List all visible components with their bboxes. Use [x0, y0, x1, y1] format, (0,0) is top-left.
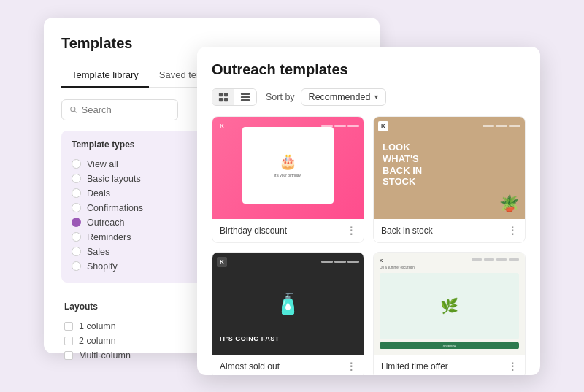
- limited-tagline: On a summer excursion: [380, 266, 519, 270]
- limited-nav: [472, 258, 519, 261]
- search-icon: [69, 105, 77, 114]
- thumb-birthday-bg: K 🎂 It's your birthday!: [212, 117, 364, 219]
- limited-name: Limited time offer: [381, 361, 448, 372]
- soldout-text: IT'S GOING FAST: [220, 335, 280, 343]
- filter-shopify-checkbox[interactable]: [72, 261, 81, 271]
- layout-multi-column-checkbox[interactable]: [64, 351, 73, 360]
- birthday-menu-icon[interactable]: ⋮: [346, 225, 356, 237]
- chevron-down-icon: ▾: [374, 93, 378, 101]
- filter-view-all-checkbox[interactable]: [72, 159, 81, 169]
- filter-basic-layouts-checkbox[interactable]: [72, 174, 81, 183]
- birthday-cake-emoji: 🎂: [279, 153, 297, 170]
- filter-reminders-checkbox[interactable]: [72, 232, 81, 242]
- front-panel: Outreach templates Sort by Recommended: [197, 47, 540, 375]
- limited-logo: K ···: [380, 258, 388, 263]
- svg-rect-7: [241, 96, 250, 97]
- svg-line-1: [74, 111, 76, 112]
- birthday-logo-k: K: [217, 121, 227, 131]
- stock-dot-1: [483, 125, 494, 127]
- limited-footer: Limited time offer ⋮: [374, 355, 525, 375]
- list-icon: [240, 92, 250, 102]
- front-panel-title: Outreach templates: [212, 61, 526, 78]
- soldout-footer: Almost sold out ⋮: [212, 355, 364, 375]
- svg-rect-5: [224, 97, 228, 101]
- stock-top-bar: K: [374, 121, 525, 131]
- sort-label: Sort by: [266, 92, 295, 102]
- layout-2-column-checkbox[interactable]: [64, 337, 73, 345]
- filter-sales-label: Sales: [87, 247, 110, 257]
- search-box[interactable]: [61, 99, 178, 120]
- birthday-dot-3: [347, 125, 359, 127]
- template-thumb-stock: K LOOKWHAT'SBACK INSTOCK 🪴: [374, 117, 525, 219]
- svg-rect-4: [219, 97, 223, 101]
- limited-menu-icon[interactable]: ⋮: [507, 361, 518, 372]
- sort-select[interactable]: Recommended ▾: [301, 88, 387, 106]
- layout-1-column-label: 1 column: [79, 321, 116, 331]
- soldout-dot-3: [347, 261, 359, 263]
- stock-top-dots: [483, 125, 520, 127]
- birthday-card-inner: 🎂 It's your birthday!: [242, 127, 333, 204]
- limited-nav-dot-1: [472, 258, 482, 261]
- templates-grid: K 🎂 It's your birthday!: [212, 116, 526, 375]
- filter-deals-checkbox[interactable]: [72, 188, 81, 198]
- filter-deals-label: Deals: [87, 188, 110, 199]
- layout-1-column-checkbox[interactable]: [64, 322, 73, 331]
- filter-view-all-label: View all: [87, 159, 118, 169]
- search-input[interactable]: [82, 104, 170, 115]
- soldout-top-dots: [321, 261, 359, 263]
- svg-point-0: [71, 107, 75, 111]
- toolbar-row: Sort by Recommended ▾: [212, 88, 526, 106]
- stock-headline: LOOKWHAT'SBACK INSTOCK: [383, 142, 516, 187]
- soldout-name: Almost sold out: [220, 361, 280, 372]
- soldout-bottle-emoji: 🧴: [275, 291, 301, 315]
- template-thumb-soldout: K 🧴 IT'S GOING FAST: [212, 253, 364, 355]
- filter-shopify-label: Shopify: [87, 261, 118, 272]
- template-card-soldout[interactable]: K 🧴 IT'S GOING FAST Almost sold out: [212, 252, 364, 375]
- layout-2-column-label: 2 column: [79, 336, 116, 346]
- list-view-button[interactable]: [234, 89, 256, 105]
- soldout-menu-icon[interactable]: ⋮: [346, 361, 356, 372]
- filter-outreach-label: Outreach: [87, 218, 124, 228]
- template-card-limited[interactable]: K ··· On a summer excursion 🌿 Shop now: [373, 252, 526, 375]
- stock-plant-emoji: 🪴: [499, 194, 519, 213]
- soldout-dot-2: [334, 261, 346, 263]
- soldout-logo-k: K: [217, 257, 227, 267]
- limited-nav-dot-3: [496, 258, 507, 261]
- stock-dot-2: [496, 125, 507, 127]
- filter-reminders-label: Reminders: [87, 232, 131, 242]
- filter-confirmations-checkbox[interactable]: [72, 203, 81, 212]
- filter-outreach-checkbox[interactable]: [72, 218, 81, 227]
- svg-rect-8: [241, 99, 250, 101]
- thumb-stock-bg: K LOOKWHAT'SBACK INSTOCK 🪴: [374, 117, 525, 219]
- layouts-title: Layouts: [64, 301, 98, 312]
- birthday-text: It's your birthday!: [274, 173, 302, 177]
- soldout-top-bar: K: [212, 257, 364, 267]
- template-thumb-birthday: K 🎂 It's your birthday!: [212, 117, 364, 219]
- tab-template-library[interactable]: Template library: [61, 64, 149, 88]
- grid-icon: [218, 92, 228, 102]
- view-toggle: [212, 88, 257, 106]
- template-thumb-limited: K ··· On a summer excursion 🌿 Shop now: [374, 253, 525, 355]
- birthday-name: Birthday discount: [220, 226, 287, 236]
- filter-confirmations-label: Confirmations: [87, 203, 143, 213]
- thumb-soldout-bg: K 🧴 IT'S GOING FAST: [212, 253, 364, 355]
- template-card-stock[interactable]: K LOOKWHAT'SBACK INSTOCK 🪴: [373, 116, 526, 243]
- birthday-dot-2: [334, 125, 346, 127]
- limited-nav-dot-2: [484, 258, 494, 261]
- filter-sales-checkbox[interactable]: [72, 247, 81, 256]
- limited-nav-dot-4: [509, 258, 519, 261]
- stock-logo-k: K: [378, 121, 388, 131]
- template-types-title: Template types: [72, 139, 134, 150]
- grid-view-button[interactable]: [212, 89, 234, 105]
- template-card-birthday[interactable]: K 🎂 It's your birthday!: [212, 116, 364, 243]
- limited-cta-button: Shop now: [380, 342, 519, 349]
- svg-rect-3: [224, 92, 228, 96]
- stock-menu-icon[interactable]: ⋮: [507, 225, 518, 237]
- svg-rect-2: [219, 92, 223, 96]
- limited-hero-image: 🌿: [380, 273, 519, 339]
- svg-rect-6: [241, 93, 250, 94]
- stock-name: Back in stock: [381, 226, 433, 236]
- filter-basic-layouts-label: Basic layouts: [87, 174, 141, 184]
- sort-value: Recommended: [309, 92, 371, 102]
- soldout-dot-1: [321, 261, 333, 263]
